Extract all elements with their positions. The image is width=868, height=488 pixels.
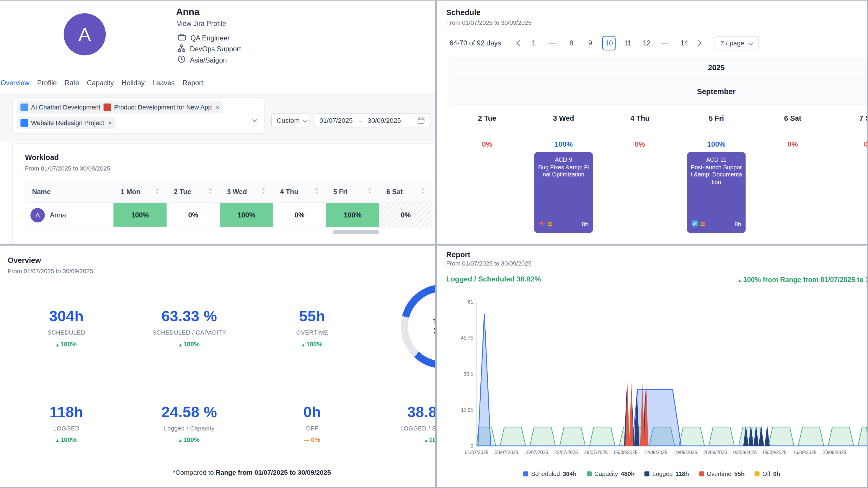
sort-icon[interactable]: [155, 188, 159, 196]
project-tag: AI Chatbot Development ×: [17, 101, 111, 113]
project-icon: [20, 103, 28, 111]
report-headline: Logged / Scheduled 38.82%: [446, 275, 541, 283]
view-jira-profile-link[interactable]: View Jira Profile: [177, 20, 226, 28]
tab-report[interactable]: Report: [182, 79, 203, 87]
legend-logged[interactable]: Logged118h: [645, 470, 689, 477]
issue-card-acd-11[interactable]: ACD-11 Post-launch Support &amp; Documen…: [687, 152, 746, 233]
filter-bar: AI Chatbot Development × Product Develop…: [0, 93, 435, 142]
page-size-select[interactable]: 7 / page: [715, 36, 759, 51]
workload-cell-weekend[interactable]: 0%: [379, 203, 432, 227]
issue-card-acd-9[interactable]: ACD-9 Bug Fixes &amp; Final Optimization…: [534, 152, 593, 233]
workload-table: Name 1 Mon 2 Tue 3 Wed 4 Thu 5 Fri 6 Sat…: [25, 181, 432, 227]
column-header-day[interactable]: 6 Sat: [379, 181, 432, 202]
tab-capacity[interactable]: Capacity: [87, 79, 114, 87]
prev-page-button[interactable]: [512, 37, 524, 50]
avatar: A: [64, 13, 106, 56]
stat-value: 63.33 %: [128, 308, 251, 325]
legend-overtime[interactable]: Overtime55h: [699, 470, 745, 477]
date-from-value: 01/07/2025: [319, 117, 353, 124]
sort-icon[interactable]: [261, 188, 266, 196]
tab-overview[interactable]: Overview: [1, 79, 30, 87]
date-range-arrow: →: [357, 117, 363, 124]
svg-text:08/07/2025: 08/07/2025: [495, 450, 519, 455]
next-page-button[interactable]: [694, 37, 706, 50]
workload-subtitle: From 01/07/2025 to 30/09/2025: [25, 165, 110, 172]
svg-text:19/08/2025: 19/08/2025: [674, 450, 698, 455]
briefcase-icon: [178, 33, 186, 43]
stat-logged-capacity: 24.58 % Logged / Capacity ▴100%: [128, 404, 251, 443]
day-utilization: 0%: [602, 140, 678, 148]
date-range-picker[interactable]: 01/07/2025 → 30/09/2025: [314, 113, 430, 127]
report-subtitle: From 01/07/2025 to 30/09/2025: [446, 260, 531, 267]
page-button-10-current[interactable]: 10: [602, 36, 616, 51]
day-cell: 100% ACD-9 Bug Fixes &amp; Final Optimiz…: [525, 131, 602, 233]
svg-text:05/08/2025: 05/08/2025: [614, 450, 638, 455]
workload-cell[interactable]: 100%: [326, 203, 379, 227]
trend-up-icon: ▴: [179, 342, 182, 348]
workload-row-anna: A Anna 100% 0% 100% 0% 100% 0%: [25, 203, 432, 227]
stat-delta: ▴100%: [5, 436, 128, 443]
svg-text:01/07/2025: 01/07/2025: [465, 450, 489, 455]
sort-icon[interactable]: [368, 188, 372, 196]
member-cell[interactable]: A Anna: [25, 203, 113, 227]
date-to-value: 30/09/2025: [368, 117, 401, 124]
stat-value: 0h: [251, 404, 373, 421]
stats-row-2: 118h LOGGED ▴100% 24.58 % Logged / Capac…: [5, 404, 435, 443]
page-button-14[interactable]: 14: [678, 36, 691, 51]
column-header-day[interactable]: 4 Thu: [273, 181, 326, 202]
sort-icon[interactable]: [208, 188, 213, 196]
comparison-footnote: *Compared to Range from 01/07/2025 to 30…: [0, 468, 435, 476]
tab-profile[interactable]: Profile: [37, 79, 57, 87]
project-tag-label: Product Development for New App: [114, 104, 212, 111]
page-button-8[interactable]: 8: [565, 36, 578, 51]
stat-value: 304h: [5, 308, 128, 325]
sort-icon[interactable]: [421, 188, 425, 196]
workload-cell[interactable]: 0%: [166, 203, 220, 227]
chart-legend: Scheduled304h Capacity480h Logged118h Ov…: [437, 470, 867, 477]
tab-rate[interactable]: Rate: [64, 79, 79, 87]
tab-leaves[interactable]: Leaves: [152, 79, 175, 87]
day-utilization: 0%: [755, 140, 831, 148]
pages-ellipsis[interactable]: •••: [659, 36, 672, 51]
column-header-day[interactable]: 1 Mon: [113, 181, 166, 202]
tab-holiday[interactable]: Holiday: [122, 79, 145, 87]
report-panel: Report From 01/07/2025 to 30/09/2025 Log…: [437, 246, 867, 487]
legend-capacity[interactable]: Capacity480h: [587, 470, 635, 477]
horizontal-scrollbar[interactable]: [333, 230, 379, 234]
remove-tag-button[interactable]: ×: [216, 103, 219, 111]
calendar-month: September: [449, 78, 867, 104]
sort-icon[interactable]: [314, 188, 319, 196]
column-header-day[interactable]: 2 Tue: [166, 181, 220, 202]
page-button-1[interactable]: 1: [527, 36, 540, 51]
legend-off[interactable]: Off0h: [755, 470, 780, 477]
stat-value: 118h: [5, 404, 128, 421]
chevron-down-icon: [303, 117, 308, 124]
report-area-chart: 015.2530.545.756101/07/202508/07/202515/…: [450, 294, 867, 466]
page-button-9[interactable]: 9: [583, 36, 597, 51]
page-button-12[interactable]: 12: [640, 36, 653, 51]
svg-text:45.75: 45.75: [461, 335, 473, 341]
day-cell: 100% ACD-11 Post-launch Support &amp; Do…: [678, 131, 755, 233]
department-label: DevOps Support: [190, 45, 241, 53]
range-preset-select[interactable]: Custom: [271, 113, 309, 127]
column-header-day[interactable]: 3 Wed: [220, 181, 273, 202]
schedule-calendar: 2025 September 2 Tue 3 Wed 4 Thu 5 Fri 6…: [449, 58, 867, 233]
column-header-day[interactable]: 5 Fri: [326, 181, 379, 202]
day-header: 4 Thu: [602, 104, 678, 131]
project-filter-select[interactable]: AI Chatbot Development × Product Develop…: [12, 97, 265, 134]
remove-tag-button[interactable]: ×: [108, 119, 112, 127]
stat-label: LOGGED: [5, 425, 128, 432]
workload-cell[interactable]: 100%: [220, 203, 273, 227]
svg-text:0: 0: [471, 443, 473, 449]
issue-card-footer: 8h: [538, 219, 588, 229]
stat-delta: ▴100%: [128, 436, 251, 443]
report-title: Report: [446, 251, 470, 259]
legend-scheduled[interactable]: Scheduled304h: [523, 470, 577, 477]
svg-text:22/07/2025: 22/07/2025: [554, 450, 578, 455]
workload-cell[interactable]: 100%: [113, 203, 166, 227]
page-button-11[interactable]: 11: [621, 36, 634, 51]
pages-ellipsis[interactable]: •••: [546, 36, 559, 51]
column-header-name[interactable]: Name: [25, 181, 113, 202]
page-size-value: 7 / page: [720, 39, 744, 47]
workload-cell[interactable]: 0%: [273, 203, 326, 227]
